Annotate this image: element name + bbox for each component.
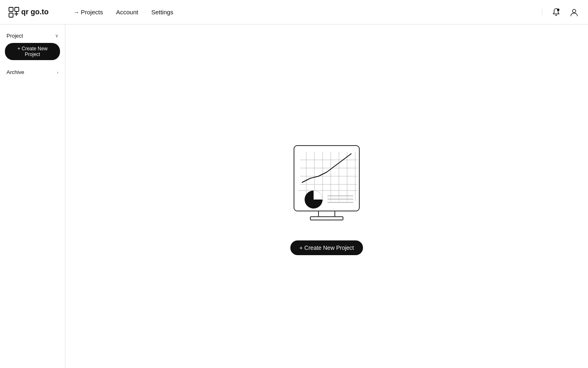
nav-arrow-icon: → (74, 9, 79, 16)
header: qr go.to → Projects Account Settings (0, 0, 588, 25)
sidebar-archive-row[interactable]: Archive › (5, 67, 60, 78)
sidebar-project-section: Project ∨ + Create New Project (5, 31, 60, 60)
sidebar-archive-label: Archive (7, 69, 24, 75)
svg-point-4 (572, 9, 576, 13)
svg-rect-0 (9, 7, 13, 11)
logo-icon (8, 7, 20, 18)
sidebar-project-chevron-icon: ∨ (55, 33, 58, 38)
header-right (542, 7, 580, 18)
nav-settings[interactable]: Settings (151, 9, 173, 16)
center-create-button[interactable]: + Create New Project (290, 240, 363, 255)
notification-icon[interactable] (550, 7, 562, 18)
main-content: + Create New Project (65, 25, 588, 368)
svg-point-3 (557, 9, 559, 11)
nav-projects[interactable]: → Projects (74, 9, 103, 16)
sidebar-project-header[interactable]: Project ∨ (5, 31, 60, 40)
main-nav: → Projects Account Settings (74, 9, 542, 16)
sidebar-create-button[interactable]: + Create New Project (5, 43, 60, 60)
user-icon[interactable] (568, 7, 580, 18)
logo[interactable]: qr go.to (8, 7, 74, 18)
layout: Project ∨ + Create New Project Archive › (0, 25, 588, 368)
sidebar-project-label: Project (7, 33, 23, 39)
svg-rect-6 (318, 211, 335, 217)
nav-account[interactable]: Account (116, 9, 138, 16)
sidebar: Project ∨ + Create New Project Archive › (0, 25, 65, 368)
logo-text: qr go.to (21, 8, 49, 16)
svg-rect-2 (9, 13, 13, 17)
svg-rect-1 (15, 7, 19, 11)
sidebar-archive-chevron-icon: › (57, 70, 58, 75)
empty-state-illustration (286, 137, 368, 227)
svg-rect-7 (310, 217, 343, 220)
